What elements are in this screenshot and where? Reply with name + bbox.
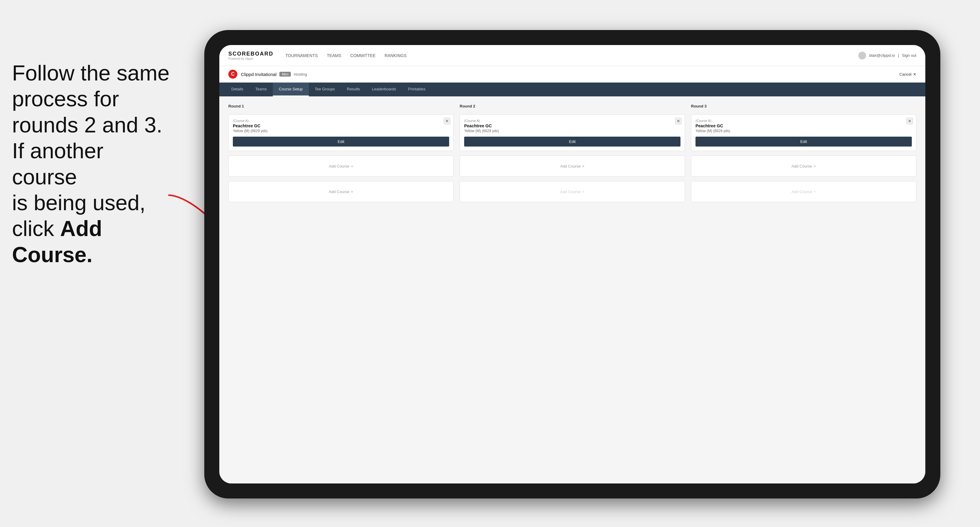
nav-tournaments[interactable]: TOURNAMENTS	[285, 52, 318, 59]
round-2-course-name: Peachtree GC	[464, 124, 681, 128]
main-content: Round 1 ✕ (Course A) Peachtree GC Yellow…	[219, 97, 925, 483]
plus-icon-6: +	[814, 189, 816, 194]
tab-printables[interactable]: Printables	[402, 83, 431, 97]
logo-powered: Powered by clippd	[228, 57, 274, 60]
round-3-course-details: Yellow (M) (6629 yds)	[695, 129, 912, 133]
plus-icon-5: +	[814, 164, 816, 168]
divider: |	[898, 53, 899, 58]
tab-results[interactable]: Results	[341, 83, 366, 97]
round-1-add-course-label-2: Add Course +	[329, 189, 353, 194]
round-2-edit-button[interactable]: Edit	[464, 137, 681, 146]
tab-leaderboards[interactable]: Leaderboards	[366, 83, 402, 97]
round-2-add-course-2: Add Course +	[460, 181, 685, 202]
round-3-add-course-1[interactable]: Add Course +	[691, 156, 916, 176]
sub-header: C Clippd Invitational Men Hosting Cancel…	[219, 66, 925, 83]
tab-bar: Details Teams Course Setup Tee Groups Re…	[219, 83, 925, 97]
round-3-course-label: (Course A)	[695, 119, 912, 122]
tab-teams[interactable]: Teams	[249, 83, 273, 97]
tab-tee-groups[interactable]: Tee Groups	[309, 83, 341, 97]
plus-icon-2: +	[351, 189, 353, 194]
round-1-course-name: Peachtree GC	[233, 124, 449, 128]
round-1-add-course-1[interactable]: Add Course +	[228, 156, 453, 176]
round-2-course-label: (Course A)	[464, 119, 681, 122]
nav-user-area: blair@clippd.io | Sign out	[858, 52, 916, 59]
round-2-label: Round 2	[460, 104, 685, 108]
plus-icon-1: +	[351, 164, 353, 168]
nav-committee[interactable]: COMMITTEE	[350, 52, 375, 59]
nav-links: TOURNAMENTS TEAMS COMMITTEE RANKINGS	[285, 52, 858, 59]
sign-out-link[interactable]: Sign out	[902, 53, 916, 58]
tablet-device: SCOREBOARD Powered by clippd TOURNAMENTS…	[204, 30, 940, 498]
nav-rankings[interactable]: RANKINGS	[385, 52, 406, 59]
tab-details[interactable]: Details	[225, 83, 249, 97]
user-email: blair@clippd.io	[869, 53, 895, 58]
round-3-course-delete-btn[interactable]: ✕	[907, 118, 913, 124]
rounds-grid: Round 1 ✕ (Course A) Peachtree GC Yellow…	[228, 104, 916, 202]
round-3-add-course-2: Add Course +	[691, 181, 916, 202]
round-2-course-delete-btn[interactable]: ✕	[675, 118, 682, 124]
plus-icon-3: +	[582, 164, 585, 168]
round-1-edit-button[interactable]: Edit	[233, 137, 449, 146]
event-title: Clippd Invitational	[241, 72, 277, 77]
nav-teams[interactable]: TEAMS	[327, 52, 341, 59]
instruction-text: Follow the same process for rounds 2 and…	[12, 61, 169, 267]
round-1-course-details: Yellow (M) (6629 yds)	[233, 129, 449, 133]
round-2-course-card: ✕ (Course A) Peachtree GC Yellow (M) (66…	[460, 114, 685, 151]
instruction-panel: Follow the same process for rounds 2 and…	[0, 48, 186, 279]
round-2-course-details: Yellow (M) (6629 yds)	[464, 129, 681, 133]
round-1-course-card: ✕ (Course A) Peachtree GC Yellow (M) (66…	[228, 114, 453, 151]
round-3-course-name: Peachtree GC	[695, 124, 912, 128]
round-1-course-delete-btn[interactable]: ✕	[444, 118, 450, 124]
event-status: Hosting	[294, 72, 307, 76]
round-1-add-course-label-1: Add Course +	[329, 164, 353, 168]
round-3-add-course-label-1: Add Course +	[791, 164, 816, 168]
round-3-label: Round 3	[691, 104, 916, 108]
event-logo: C	[228, 70, 237, 79]
round-2-add-course-label-1: Add Course +	[560, 164, 584, 168]
user-avatar	[858, 52, 866, 59]
tablet-screen: SCOREBOARD Powered by clippd TOURNAMENTS…	[219, 45, 925, 483]
round-1-add-course-2[interactable]: Add Course +	[228, 181, 453, 202]
round-3-edit-button[interactable]: Edit	[695, 137, 912, 146]
round-2-add-course-label-2: Add Course +	[560, 189, 584, 194]
top-navigation: SCOREBOARD Powered by clippd TOURNAMENTS…	[219, 45, 925, 66]
cancel-button[interactable]: Cancel ✕	[899, 72, 916, 76]
round-2-column: Round 2 ✕ (Course A) Peachtree GC Yellow…	[460, 104, 685, 202]
round-3-add-course-label-2: Add Course +	[791, 189, 816, 194]
round-1-label: Round 1	[228, 104, 453, 108]
plus-icon-4: +	[582, 189, 585, 194]
round-3-course-card: ✕ (Course A) Peachtree GC Yellow (M) (66…	[691, 114, 916, 151]
round-2-add-course-1[interactable]: Add Course +	[460, 156, 685, 176]
round-1-column: Round 1 ✕ (Course A) Peachtree GC Yellow…	[228, 104, 453, 202]
round-1-course-label: (Course A)	[233, 119, 449, 122]
logo-area: SCOREBOARD Powered by clippd	[228, 51, 274, 60]
logo-scoreboard: SCOREBOARD	[228, 51, 274, 57]
round-3-column: Round 3 ✕ (Course A) Peachtree GC Yellow…	[691, 104, 916, 202]
cancel-icon: ✕	[913, 72, 916, 76]
event-badge: Men	[279, 72, 291, 76]
tab-course-setup[interactable]: Course Setup	[273, 83, 309, 97]
